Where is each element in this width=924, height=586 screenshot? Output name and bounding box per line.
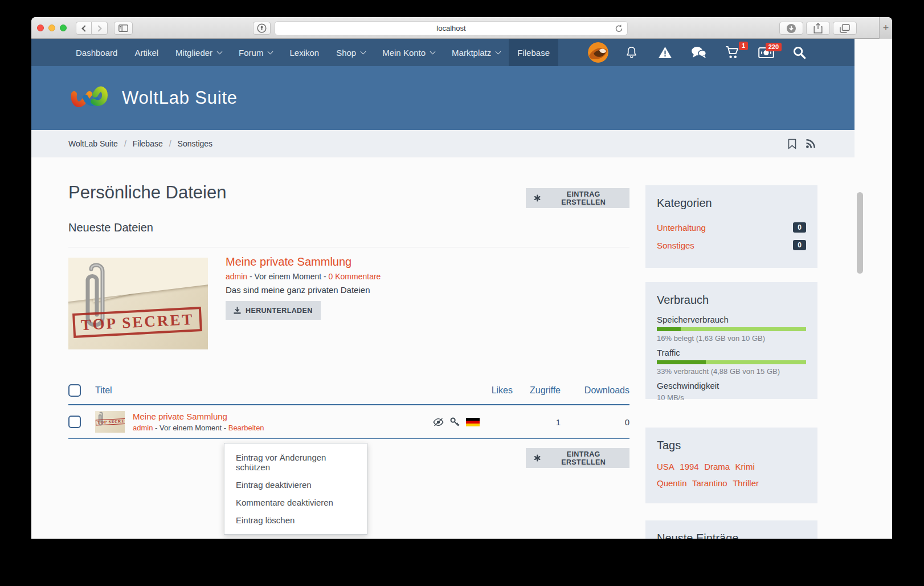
- conversations-button[interactable]: [682, 46, 716, 59]
- search-button[interactable]: [783, 46, 816, 59]
- cart-button[interactable]: 1: [716, 46, 749, 59]
- site-header: WoltLab Suite: [31, 66, 855, 130]
- category-link-unterhaltung[interactable]: Unterhaltung: [657, 223, 706, 233]
- tag-link[interactable]: Drama: [704, 462, 730, 471]
- entry-thumbnail[interactable]: TOP SECRET: [68, 258, 208, 349]
- tag-link[interactable]: USA: [657, 462, 674, 471]
- moderation-button[interactable]: [648, 46, 682, 59]
- entry-author-link[interactable]: admin: [226, 272, 247, 281]
- meta-separator: -: [324, 272, 326, 281]
- tag-link[interactable]: Tarantino: [692, 478, 727, 488]
- reload-icon[interactable]: [615, 24, 623, 33]
- nav-item-lexikon[interactable]: Lexikon: [281, 39, 328, 66]
- speed-label: Geschwindigkeit: [657, 381, 806, 390]
- row-status-icons: [433, 417, 484, 427]
- nav-item-marktplatz[interactable]: Marktplatz: [443, 39, 509, 66]
- storage-progress-fill: [657, 327, 681, 331]
- chevron-down-icon: [268, 48, 273, 54]
- breadcrumb-item[interactable]: Filebase: [133, 139, 163, 148]
- files-table: Titel Likes Zugriffe Downloads TOP SECRE…: [68, 377, 629, 439]
- nav-item-artikel[interactable]: Artikel: [126, 39, 167, 66]
- new-tab-button[interactable]: +: [879, 17, 892, 39]
- entry-meta: admin - Vor einem Moment - 0 Kommentare: [226, 272, 590, 281]
- site-title: WoltLab Suite: [122, 88, 238, 108]
- nav-item-label: Marktplatz: [452, 48, 491, 58]
- traffic-progress-bar: [657, 360, 806, 364]
- rss-icon[interactable]: [806, 139, 816, 149]
- scrollbar-thumb[interactable]: [857, 192, 863, 274]
- category-link-sonstiges[interactable]: Sonstiges: [657, 241, 694, 250]
- woltlab-logo[interactable]: [68, 83, 112, 113]
- latest-entries-box: Neuste Einträge: [645, 520, 817, 539]
- categories-title: Kategorien: [657, 197, 806, 210]
- minimize-window-button[interactable]: [48, 25, 55, 31]
- bookmark-icon[interactable]: [788, 139, 796, 149]
- cart-badge: 1: [739, 42, 748, 50]
- table-row: TOP SECRET Meine private Sammlung admin …: [68, 405, 629, 439]
- column-header-title[interactable]: Titel: [95, 385, 484, 396]
- category-count-badge: 0: [793, 240, 806, 250]
- menu-item-disable-comments[interactable]: Kommentare deaktivieren: [224, 494, 367, 511]
- nav-item-forum[interactable]: Forum: [230, 39, 281, 66]
- notifications-button[interactable]: [615, 46, 648, 59]
- menu-item-delete[interactable]: Eintrag löschen: [224, 511, 367, 529]
- column-header-views[interactable]: Zugriffe: [513, 385, 561, 396]
- entry-title-link[interactable]: Meine private Sammlung: [226, 255, 590, 268]
- back-button[interactable]: [76, 22, 92, 35]
- extension-button[interactable]: [253, 22, 271, 35]
- wallet-button[interactable]: 220: [749, 47, 783, 59]
- row-author-link[interactable]: admin: [133, 424, 153, 432]
- download-label: HERUNTERLADEN: [246, 307, 313, 315]
- nav-item-filebase[interactable]: Filebase: [509, 39, 558, 66]
- column-header-likes[interactable]: Likes: [484, 385, 513, 396]
- share-button[interactable]: [806, 22, 830, 35]
- breadcrumb-item[interactable]: WoltLab Suite: [68, 139, 118, 148]
- tag-link[interactable]: 1994: [680, 462, 698, 471]
- sidebar-icon: [118, 25, 128, 32]
- address-bar[interactable]: localhost: [275, 21, 628, 35]
- edit-link[interactable]: Bearbeiten: [228, 424, 264, 432]
- menu-item-protect[interactable]: Eintrag vor Änderungen schützen: [224, 449, 367, 476]
- tag-link[interactable]: Quentin: [657, 478, 687, 488]
- downloads-button[interactable]: [779, 22, 803, 35]
- select-all-checkbox[interactable]: [68, 384, 81, 397]
- tags-title: Tags: [657, 439, 806, 452]
- row-thumbnail[interactable]: TOP SECRET: [95, 411, 125, 433]
- meta-separator: -: [224, 424, 226, 432]
- zoom-window-button[interactable]: [60, 25, 67, 31]
- close-window-button[interactable]: [37, 25, 44, 31]
- page-scrollbar: [855, 39, 892, 539]
- nav-item-dashboard[interactable]: Dashboard: [67, 39, 126, 66]
- nav-item-mitglieder[interactable]: Mitglieder: [167, 39, 230, 66]
- traffic-progress-fill: [657, 360, 706, 364]
- nav-item-label: Dashboard: [76, 48, 117, 58]
- storage-text: 16% belegt (1,63 GB von 10 GB): [657, 334, 806, 343]
- page-title: Persönliche Dateien: [68, 182, 226, 203]
- menu-item-disable[interactable]: Eintrag deaktivieren: [224, 476, 367, 494]
- nav-item-mein-konto[interactable]: Mein Konto: [374, 39, 443, 66]
- nav-item-label: Shop: [336, 48, 356, 58]
- breadcrumb-separator: /: [169, 139, 171, 148]
- row-downloads-value: 0: [561, 417, 629, 427]
- create-entry-button-top[interactable]: EINTRAG ERSTELLEN: [526, 188, 629, 208]
- breadcrumb-item[interactable]: Sonstiges: [178, 139, 212, 148]
- nav-item-shop[interactable]: Shop: [328, 39, 374, 66]
- browser-toolbar: localhost +: [31, 17, 892, 39]
- user-menu-button[interactable]: [581, 42, 615, 63]
- tag-link[interactable]: Krimi: [735, 462, 755, 471]
- row-text: Meine private Sammlung admin - Vor einem…: [133, 412, 264, 432]
- tag-link[interactable]: Thriller: [733, 478, 759, 488]
- create-entry-button-bottom[interactable]: EINTRAG ERSTELLEN: [526, 448, 629, 468]
- forward-button[interactable]: [92, 22, 108, 35]
- download-button[interactable]: HERUNTERLADEN: [226, 301, 321, 320]
- traffic-text: 33% verbraucht (4,88 GB von 15 GB): [657, 367, 806, 376]
- show-tabs-button[interactable]: [833, 22, 857, 35]
- row-title-link[interactable]: Meine private Sammlung: [133, 412, 264, 421]
- storage-label: Speicherverbrauch: [657, 315, 806, 324]
- chevron-down-icon: [430, 48, 436, 54]
- row-checkbox[interactable]: [68, 416, 81, 428]
- category-row: Sonstiges 0: [657, 240, 806, 250]
- entry-comments-link[interactable]: 0 Kommentare: [329, 272, 381, 281]
- browser-sidebar-button[interactable]: [114, 22, 133, 35]
- column-header-downloads[interactable]: Downloads: [561, 385, 629, 396]
